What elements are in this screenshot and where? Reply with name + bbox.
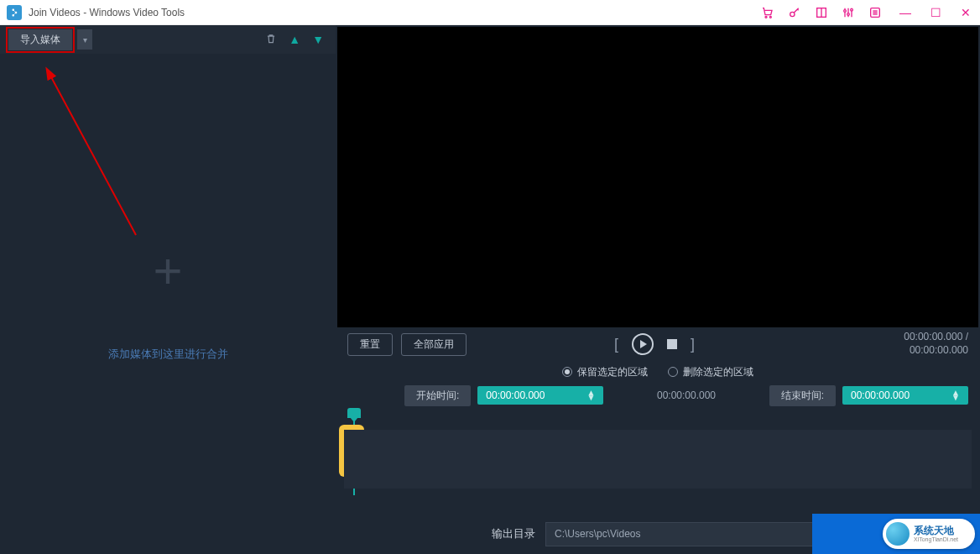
video-preview[interactable] <box>337 27 978 327</box>
remove-region-label: 删除选定的区域 <box>683 365 753 379</box>
media-drop-zone[interactable]: + 添加媒体到这里进行合并 <box>0 54 336 554</box>
workspace: 导入媒体 ▾ ▲ ▼ + 添加媒体到这里进行合并 重置 全部应用 [ ] <box>0 25 980 554</box>
apply-all-button[interactable]: 全部应用 <box>401 333 467 356</box>
media-panel: 导入媒体 ▾ ▲ ▼ + 添加媒体到这里进行合并 <box>0 25 336 554</box>
svg-point-1 <box>769 16 771 18</box>
window-title: Join Videos - Windows Video Tools <box>29 7 185 18</box>
preview-controls: 重置 全部应用 [ ] 00:00:00.000 / 00:00:00.000 <box>336 327 980 361</box>
radio-unchecked-icon <box>668 367 678 377</box>
mark-in-icon[interactable]: [ <box>609 336 623 353</box>
remove-region-radio[interactable]: 删除选定的区域 <box>668 365 753 379</box>
play-button[interactable] <box>632 333 654 355</box>
output-path-value: C:\Users\pc\Videos <box>555 528 641 540</box>
time-display: 00:00:00.000 / 00:00:00.000 <box>904 331 968 357</box>
radio-checked-icon <box>562 367 572 377</box>
svg-point-10 <box>851 8 853 11</box>
time-row: 开始时间: 00:00:00.000 ▲▼ 00:00:00.000 结束时间:… <box>336 383 980 408</box>
import-dropdown-icon[interactable]: ▾ <box>77 29 92 50</box>
duration-display: 00:00:00.000 <box>610 389 762 401</box>
start-time-input[interactable]: 00:00:00.000 ▲▼ <box>477 386 603 405</box>
move-up-icon[interactable]: ▲ <box>285 33 304 46</box>
total-time: 00:00:00.000 <box>904 344 968 358</box>
globe-icon <box>886 522 910 546</box>
svg-point-9 <box>847 13 850 15</box>
minimize-button[interactable]: — <box>898 5 913 20</box>
end-time-value: 00:00:00.000 <box>851 389 910 401</box>
start-time-label: 开始时间: <box>404 385 471 406</box>
output-dir-label: 输出目录 <box>492 526 535 541</box>
key-icon[interactable] <box>787 5 802 20</box>
menu-icon[interactable] <box>868 5 883 20</box>
editor-panel: 重置 全部应用 [ ] 00:00:00.000 / 00:00:00.000 … <box>336 25 980 554</box>
watermark-badge: 系统天地 XiTongTianDi.net <box>883 519 975 549</box>
titlebar: Join Videos - Windows Video Tools — ☐ ✕ <box>0 0 980 25</box>
svg-point-8 <box>844 9 847 12</box>
spinner-icon[interactable]: ▲▼ <box>586 390 595 400</box>
end-time-label: 结束时间: <box>769 385 836 406</box>
keep-region-radio[interactable]: 保留选定的区域 <box>562 365 648 379</box>
watermark-en: XiTongTianDi.net <box>914 536 958 543</box>
timeline[interactable] <box>336 408 980 514</box>
svg-point-2 <box>790 12 795 16</box>
app-icon <box>7 5 22 20</box>
cart-icon[interactable] <box>760 5 775 20</box>
maximize-button[interactable]: ☐ <box>928 5 943 20</box>
region-mode-row: 保留选定的区域 删除选定的区域 <box>336 361 980 383</box>
keep-region-label: 保留选定的区域 <box>577 365 648 379</box>
import-media-button[interactable]: 导入媒体 <box>8 29 72 50</box>
stop-button[interactable] <box>667 339 677 349</box>
svg-point-0 <box>765 16 767 18</box>
mark-out-icon[interactable]: ] <box>685 336 700 353</box>
plus-icon: + <box>153 246 182 296</box>
timeline-track[interactable] <box>344 430 972 489</box>
drop-hint-text: 添加媒体到这里进行合并 <box>108 347 228 362</box>
settings-icon[interactable] <box>841 5 856 20</box>
watermark-cn: 系统天地 <box>914 525 958 536</box>
media-toolbar: 导入媒体 ▾ ▲ ▼ <box>0 25 336 54</box>
window-controls: — ☐ ✕ <box>898 5 973 20</box>
reset-button[interactable]: 重置 <box>347 333 393 356</box>
move-down-icon[interactable]: ▼ <box>309 33 327 46</box>
delete-icon[interactable] <box>262 33 280 47</box>
spinner-icon[interactable]: ▲▼ <box>951 390 960 400</box>
start-time-value: 00:00:00.000 <box>486 389 545 401</box>
layout-icon[interactable] <box>814 5 829 20</box>
current-time: 00:00:00.000 / <box>904 331 968 344</box>
end-time-input[interactable]: 00:00:00.000 ▲▼ <box>842 386 968 405</box>
titlebar-toolbar <box>760 5 883 20</box>
close-button[interactable]: ✕ <box>958 5 973 20</box>
